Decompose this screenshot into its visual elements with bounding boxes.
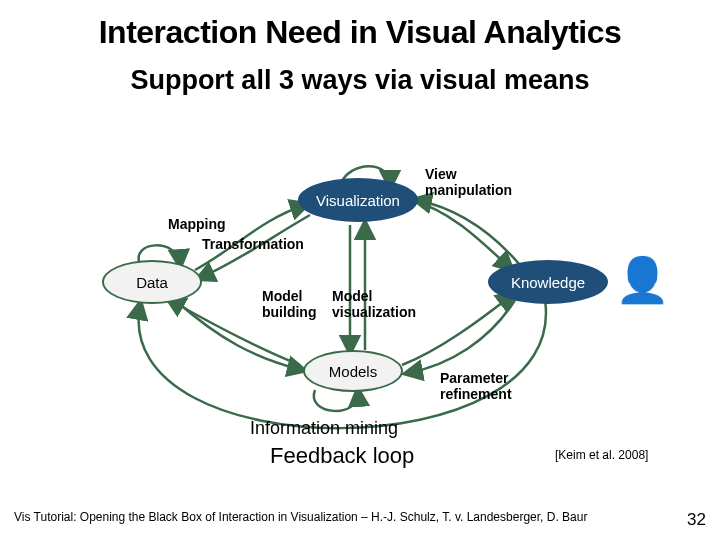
label-view-manipulation: View manipulation: [425, 166, 512, 198]
label-feedback-loop: Feedback loop: [270, 443, 414, 469]
page-title: Interaction Need in Visual Analytics: [0, 14, 720, 51]
node-knowledge: Knowledge: [488, 260, 608, 304]
diagram-container: Visualization Data Models Knowledge View…: [0, 160, 720, 470]
label-information-mining: Information mining: [250, 418, 398, 439]
page-subtitle: Support all 3 ways via visual means: [0, 65, 720, 96]
footer-text: Vis Tutorial: Opening the Black Box of I…: [14, 510, 587, 530]
slide-number: 32: [687, 510, 706, 530]
node-models: Models: [303, 350, 403, 392]
label-model-building: Model building: [262, 288, 316, 320]
label-transformation: Transformation: [202, 236, 304, 252]
label-model-visualization: Model visualization: [332, 288, 416, 320]
citation: [Keim et al. 2008]: [555, 448, 648, 462]
label-mapping: Mapping: [168, 216, 226, 232]
label-parameter-refinement: Parameter refinement: [440, 370, 512, 402]
node-data: Data: [102, 260, 202, 304]
footer: Vis Tutorial: Opening the Black Box of I…: [14, 510, 706, 530]
person-icon: 👤: [615, 254, 670, 306]
node-visualization: Visualization: [298, 178, 418, 222]
